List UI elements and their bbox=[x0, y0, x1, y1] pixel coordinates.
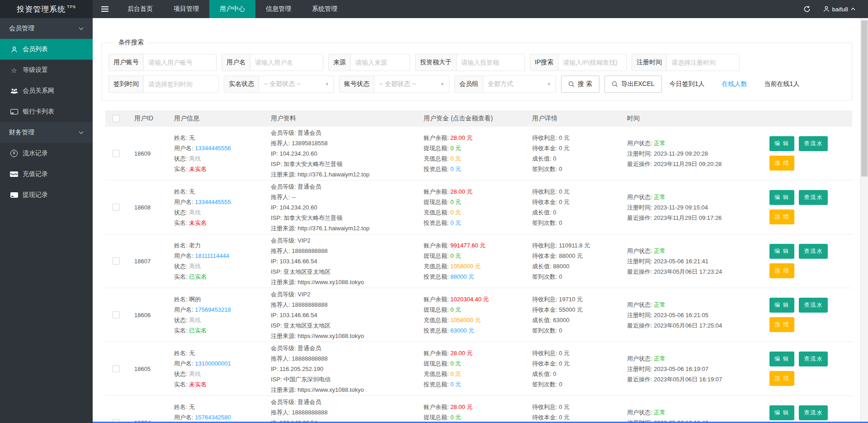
user-info-cell: 姓名: 无 用户名: 13344445555 状态: 离线 实名: 未实名 bbox=[167, 186, 264, 228]
register-source: http://376.1.haiwaiym12.top bbox=[297, 225, 369, 232]
recharge-amount[interactable]: 1058000 元 bbox=[450, 263, 481, 270]
username-link[interactable]: 13344445555 bbox=[195, 199, 231, 205]
freeze-button[interactable]: 冻 结 bbox=[769, 371, 794, 386]
balance-amount[interactable]: 28.00 元 bbox=[450, 134, 472, 141]
edit-button[interactable]: 编 辑 bbox=[769, 298, 794, 313]
balance-amount[interactable]: 1020304.40 元 bbox=[450, 296, 489, 303]
freeze-button[interactable]: 冻 结 bbox=[769, 156, 794, 171]
sidebar-section-member[interactable]: 会员管理 bbox=[0, 18, 93, 39]
table-header: 用户ID 用户信息 用户资料 用户资金 (点击金额查看) 用户详情 时间 bbox=[105, 110, 852, 127]
vertical-scrollbar[interactable] bbox=[860, 18, 868, 423]
balance-amount[interactable]: 28.00 元 bbox=[450, 188, 472, 195]
freeze-button[interactable]: 冻 结 bbox=[769, 209, 794, 224]
search-button[interactable]: 搜 索 bbox=[561, 76, 599, 93]
sidebar-item-bank-card-list[interactable]: 银行卡列表 bbox=[0, 101, 93, 122]
withdraw-amount[interactable]: 0 元 bbox=[450, 414, 461, 421]
username-link[interactable]: 15764342580 bbox=[195, 414, 231, 421]
recharge-amount[interactable]: 0 元 bbox=[450, 371, 461, 377]
col-user-detail: 用户详情 bbox=[525, 114, 620, 123]
ip-search-input[interactable] bbox=[558, 54, 626, 71]
user-info-cell: 姓名: 无 用户名: 15764342580 状态: 离线 实名: 未实名 bbox=[167, 402, 264, 423]
realname-status: 未实名 bbox=[189, 381, 207, 388]
edit-button[interactable]: 编 辑 bbox=[769, 405, 794, 420]
username-link[interactable]: 18111114444 bbox=[195, 252, 229, 259]
user-status: 正常 bbox=[654, 140, 665, 147]
edit-button[interactable]: 编 辑 bbox=[769, 136, 794, 151]
invest-amount-input[interactable] bbox=[457, 54, 524, 71]
user-name-input[interactable] bbox=[250, 54, 323, 71]
nav-item-projects[interactable]: 项目管理 bbox=[163, 0, 209, 18]
sidebar-item-flow-records[interactable]: ¥ 流水记录 bbox=[0, 143, 93, 164]
signin-count: 0 bbox=[559, 219, 562, 226]
view-flow-button[interactable]: 查流水 bbox=[799, 298, 828, 313]
row-checkbox[interactable] bbox=[113, 257, 120, 265]
refresh-button[interactable] bbox=[803, 5, 811, 13]
withdraw-amount[interactable]: 0 元 bbox=[450, 199, 461, 205]
view-flow-button[interactable]: 查流水 bbox=[799, 352, 828, 366]
source-input[interactable] bbox=[351, 54, 410, 71]
row-checkbox[interactable] bbox=[113, 204, 120, 211]
balance-amount[interactable]: 28.00 元 bbox=[450, 404, 472, 410]
account-status-select[interactable]: -- 全部状态 -- ▼ bbox=[374, 76, 449, 92]
sidebar-toggle-button[interactable] bbox=[93, 0, 117, 18]
edit-button[interactable]: 编 辑 bbox=[769, 244, 794, 259]
sidebar-item-member-network[interactable]: 会员关系网 bbox=[0, 81, 93, 101]
invest-amount[interactable]: 0 元 bbox=[450, 381, 461, 388]
freeze-button[interactable]: 冻 结 bbox=[769, 263, 794, 278]
register-source: https://www.xy1088.tokyo bbox=[297, 386, 364, 393]
sidebar-item-member-list[interactable]: 会员列表 bbox=[0, 39, 93, 60]
balance-amount[interactable]: 991477.60 元 bbox=[450, 242, 486, 249]
row-checkbox[interactable] bbox=[113, 311, 120, 318]
isp: 加拿大安大略布兰普顿 bbox=[283, 161, 342, 167]
register-time: 2023-11-29 09:15:04 bbox=[654, 204, 708, 211]
freeze-button[interactable]: 冻 结 bbox=[769, 317, 794, 332]
referrer: 18888888888 bbox=[292, 301, 328, 308]
edit-button[interactable]: 编 辑 bbox=[769, 352, 794, 366]
online-count-link[interactable]: 在线人数 bbox=[722, 80, 747, 88]
withdraw-amount[interactable]: 0 元 bbox=[450, 145, 461, 152]
balance-amount[interactable]: 28.00 元 bbox=[450, 350, 472, 356]
signin-time-input[interactable] bbox=[144, 76, 218, 92]
user-menu[interactable]: baifu8 bbox=[823, 6, 855, 13]
withdraw-amount[interactable]: 0 元 bbox=[450, 306, 461, 313]
invest-amount[interactable]: 0 元 bbox=[450, 219, 461, 226]
user-account-input[interactable] bbox=[144, 54, 216, 71]
sidebar-item-level-settings[interactable]: ☆ 等级设置 bbox=[0, 60, 93, 81]
sidebar-section-finance[interactable]: 财务管理 bbox=[0, 122, 93, 143]
table-body: 18609 姓名: 无 用户名: 13344445556 状态: 离线 实名: … bbox=[105, 127, 852, 423]
withdraw-amount[interactable]: 0 元 bbox=[450, 360, 461, 367]
nav-item-system[interactable]: 系统管理 bbox=[302, 0, 348, 18]
row-checkbox[interactable] bbox=[113, 365, 120, 372]
view-flow-button[interactable]: 查流水 bbox=[799, 244, 828, 259]
username-link[interactable]: 13100000001 bbox=[195, 360, 231, 367]
row-checkbox[interactable] bbox=[113, 150, 120, 157]
register-time-input[interactable] bbox=[667, 54, 739, 71]
invest-amount[interactable]: 88000 元 bbox=[450, 273, 474, 280]
nav-item-user-center[interactable]: 用户中心 bbox=[209, 0, 255, 18]
invest-amount[interactable]: 0 元 bbox=[450, 166, 461, 172]
view-flow-button[interactable]: 查流水 bbox=[799, 136, 828, 151]
select-all-checkbox[interactable] bbox=[113, 115, 120, 122]
realname-status-select[interactable]: -- 全部状态 -- ▼ bbox=[259, 76, 334, 92]
search-panel: 条件搜索 用户账号 用户名 来源 投资额大于 IP搜索 bbox=[102, 38, 852, 100]
sidebar-item-withdraw-records[interactable]: 提现记录 bbox=[0, 185, 93, 205]
withdraw-amount[interactable]: 0 元 bbox=[450, 252, 461, 259]
sidebar-item-recharge-records[interactable]: PayPal 充值记录 bbox=[0, 164, 93, 185]
pending-interest: 0 元 bbox=[559, 188, 570, 195]
invest-amount[interactable]: 63000 元 bbox=[450, 327, 474, 334]
realname-status: 已实名 bbox=[189, 327, 207, 334]
user-profile-cell: 会员等级: 普通会员 推荐人: 18888888888 IP: 103.146.… bbox=[264, 397, 416, 423]
username-link[interactable]: 13344445556 bbox=[195, 145, 231, 152]
recharge-amount[interactable]: 1058000 元 bbox=[450, 317, 481, 323]
view-flow-button[interactable]: 查流水 bbox=[799, 190, 828, 205]
scrollbar-thumb[interactable] bbox=[861, 20, 868, 176]
view-flow-button[interactable]: 查流水 bbox=[799, 405, 828, 420]
recharge-amount[interactable]: 0 元 bbox=[450, 155, 461, 162]
username-link[interactable]: 17569453218 bbox=[195, 306, 231, 313]
nav-item-info[interactable]: 信息管理 bbox=[255, 0, 302, 18]
edit-button[interactable]: 编 辑 bbox=[769, 190, 794, 205]
nav-item-dashboard[interactable]: 后台首页 bbox=[117, 0, 163, 18]
recharge-amount[interactable]: 0 元 bbox=[450, 209, 461, 216]
export-excel-button[interactable]: 导出EXCEL bbox=[604, 76, 662, 93]
member-group-select[interactable]: 全部方式 ▼ bbox=[483, 76, 556, 92]
